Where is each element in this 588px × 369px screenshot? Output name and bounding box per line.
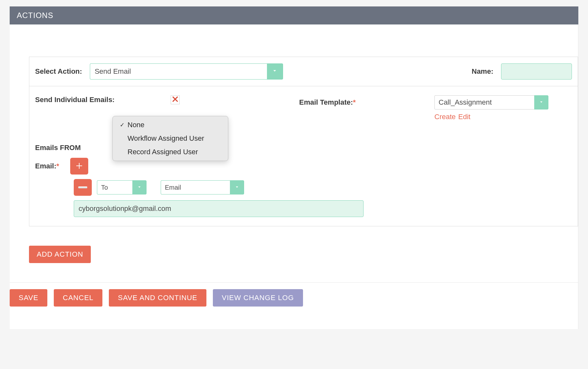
required-asterisk: *	[56, 162, 59, 170]
chevron-down-icon	[272, 69, 278, 74]
footer-buttons: SAVE CANCEL SAVE AND CONTINUE VIEW CHANG…	[10, 282, 578, 316]
select-action-caret[interactable]	[267, 63, 283, 80]
create-template-link[interactable]: Create	[434, 113, 456, 121]
select-action-row: Select Action: Name:	[29, 57, 578, 86]
dropdown-option-label: Record Assigned User	[128, 148, 198, 156]
template-links: CreateEdit	[434, 113, 548, 121]
recipient-field-input[interactable]	[161, 180, 230, 194]
select-action-label: Select Action:	[35, 67, 82, 76]
minus-icon	[78, 186, 87, 188]
recipient-type-caret[interactable]	[132, 180, 147, 194]
chevron-down-icon	[137, 184, 142, 190]
email-template-label: Email Template:*	[299, 98, 356, 106]
email-label-text: Email:	[35, 162, 56, 170]
name-group: Name:	[472, 63, 572, 80]
email-template-dropdown[interactable]	[434, 95, 548, 109]
plus-icon	[75, 162, 83, 171]
send-individual-label: Send Individual Emails:	[35, 96, 115, 104]
dropdown-option-workflow-assigned[interactable]: Workflow Assigned User	[113, 132, 228, 145]
add-action-button[interactable]: ADD ACTION	[29, 246, 91, 263]
checkmark-icon: ✓	[119, 121, 126, 128]
recipient-field-caret[interactable]	[230, 180, 244, 194]
dropdown-option-label: Workflow Assigned User	[128, 134, 204, 143]
email-recipient-row	[29, 175, 578, 196]
name-label: Name:	[472, 67, 493, 76]
remove-recipient-button[interactable]	[74, 179, 92, 196]
view-change-log-button[interactable]: VIEW CHANGE LOG	[213, 289, 303, 307]
dropdown-option-record-assigned[interactable]: Record Assigned User	[113, 145, 228, 159]
cancel-button[interactable]: CANCEL	[54, 289, 102, 307]
chevron-down-icon	[539, 99, 544, 105]
save-and-continue-button[interactable]: SAVE AND CONTINUE	[109, 289, 206, 307]
emails-from-label: Emails FROM	[35, 144, 81, 152]
dropdown-option-label: None	[128, 121, 145, 129]
content-area: Select Action: Name: Send Individua	[10, 24, 578, 329]
chevron-down-icon	[234, 184, 240, 190]
emails-from-row: Emails FROM ✓ None Workflow Assigned Use…	[29, 121, 578, 152]
email-template-row: Email Template:*	[299, 95, 548, 109]
email-label: Email:*	[35, 162, 59, 170]
recipient-type-input[interactable]	[97, 180, 132, 194]
edit-template-link[interactable]: Edit	[458, 113, 470, 121]
send-individual-checkbox[interactable]	[171, 95, 180, 104]
select-action-input[interactable]	[90, 63, 267, 80]
email-address-input[interactable]	[74, 200, 364, 217]
add-recipient-button[interactable]	[70, 158, 88, 175]
recipient-field-dropdown[interactable]	[161, 180, 244, 194]
x-icon	[172, 96, 178, 104]
email-template-caret[interactable]	[534, 95, 548, 109]
email-value-row	[29, 196, 578, 226]
email-recipient-header-row: Email:*	[29, 152, 578, 175]
action-panel: Select Action: Name: Send Individua	[29, 57, 578, 226]
save-button[interactable]: SAVE	[10, 289, 47, 307]
select-action-dropdown[interactable]	[90, 63, 283, 80]
actions-section-header: ACTIONS	[10, 6, 578, 24]
name-input[interactable]	[501, 63, 572, 80]
dropdown-option-none[interactable]: ✓ None	[113, 118, 228, 132]
recipient-type-dropdown[interactable]	[97, 180, 147, 194]
emails-from-dropdown-popup: ✓ None Workflow Assigned User Record Ass…	[112, 116, 228, 161]
email-template-input[interactable]	[434, 95, 534, 109]
email-template-label-text: Email Template:	[299, 98, 353, 106]
send-individual-col: Send Individual Emails:	[35, 95, 299, 104]
email-template-col: Email Template:*	[299, 95, 548, 121]
required-asterisk: *	[353, 98, 356, 106]
send-individual-row: Send Individual Emails: Email Template:*	[29, 86, 578, 121]
